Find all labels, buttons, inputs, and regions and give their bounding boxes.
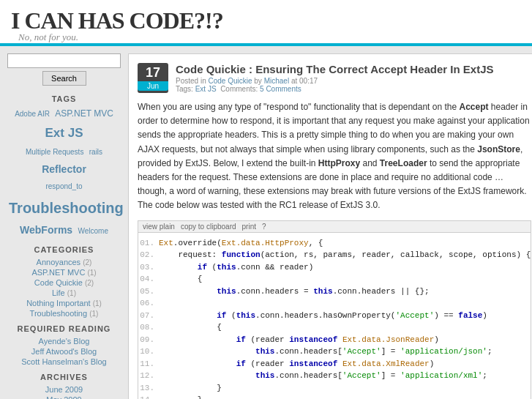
category-troubleshooting: Troubleshooting (1) <box>7 308 121 318</box>
post-category-link[interactable]: Code Quickie <box>208 77 252 85</box>
post-title-area: Code Quickie : Ensuring The Correct Acce… <box>176 63 531 93</box>
category-life: Life (1) <box>7 288 121 298</box>
content-wrapper: Search TAGS Adobe AIR ASP.NET MVC Ext JS… <box>0 46 532 399</box>
reading-hanselman: Scott Hanselman's Blog <box>7 357 121 367</box>
post-header: 17 Jun Code Quickie : Ensuring The Corre… <box>138 63 531 93</box>
site-header: I CAN HAS CODE?!? No, not for you. Blog … <box>0 0 532 46</box>
categories-section-title: CATEGORIES <box>7 245 121 254</box>
category-nothing-important: Nothing Important (1) <box>7 298 121 308</box>
post-date-day: 17 <box>138 65 168 81</box>
code-line: 02. request: function(action, rs, params… <box>138 249 531 261</box>
code-line: 13. } <box>138 382 531 395</box>
site-title: I CAN HAS CODE?!? <box>11 7 223 34</box>
tag-welcome[interactable]: Welcome <box>78 227 108 235</box>
code-line: 10. this.conn.headers['Accept'] = 'appli… <box>138 346 531 358</box>
code-line: 08. { <box>138 321 531 334</box>
code-line: 07. if (this.conn.headers.hasOwnProperty… <box>138 310 531 322</box>
post-tag-link[interactable]: Ext JS <box>195 85 217 93</box>
post-title: Code Quickie : Ensuring The Correct Acce… <box>176 63 531 75</box>
code-line: 12. this.conn.headers['Accept'] = 'appli… <box>138 370 531 382</box>
code-block[interactable]: 01.Ext.override(Ext.data.HttpProxy, { 02… <box>138 233 531 400</box>
archive-jun09: June 2009 <box>7 384 121 395</box>
code-line: 11. if (reader instanceof Ext.data.XmlRe… <box>138 358 531 370</box>
post-date-month: Jun <box>138 81 168 91</box>
post-author-link[interactable]: Michael <box>264 77 289 85</box>
code-view-plain[interactable]: view plain <box>143 223 175 231</box>
nav-bar: Blog Downloads About <box>362 0 521 4</box>
tag-cloud: Adobe AIR ASP.NET MVC Ext JS Multiple Re… <box>7 106 121 239</box>
categories-list: Annoyances (2) ASP.NET MVC (1) Code Quic… <box>7 257 121 318</box>
code-line: 09. if (reader instanceof Ext.data.JsonR… <box>138 334 531 346</box>
code-print[interactable]: print <box>242 223 256 231</box>
reading-section-title: REQUIRED READING <box>7 324 121 333</box>
code-copy[interactable]: copy to clipboard <box>181 223 236 231</box>
tag-reflector[interactable]: Reflector <box>42 163 86 175</box>
post-date-badge: 17 Jun <box>138 63 168 93</box>
tag-respond-to[interactable]: respond_to <box>45 182 82 190</box>
code-line: 03. if (this.conn && reader) <box>138 261 531 274</box>
category-code-quickie: Code Quickie (2) <box>7 277 121 288</box>
code-toolbar: view plain copy to clipboard print ? <box>138 220 531 233</box>
tags-section-title: TAGS <box>7 94 121 103</box>
category-annoyances: Annoyances (2) <box>7 257 121 267</box>
search-box: Search <box>7 53 121 86</box>
post-meta: Posted in Code Quickie by Michael at 00:… <box>176 77 531 93</box>
post-body: When you are using any type of "respond … <box>138 100 531 213</box>
code-line: 05. this.conn.headers = this.conn.header… <box>138 286 531 298</box>
search-input[interactable] <box>7 53 121 68</box>
tag-webforms[interactable]: WebForms <box>20 224 72 236</box>
category-asp-mvc: ASP.NET MVC (1) <box>7 267 121 277</box>
archives-section-title: ARCHIVES <box>7 373 121 381</box>
tag-multiple-requests[interactable]: Multiple Requests <box>26 148 83 156</box>
post-comments-link[interactable]: 5 Comments <box>260 85 301 93</box>
code-line: 04. { <box>138 273 531 286</box>
code-help[interactable]: ? <box>262 223 266 231</box>
code-line: 14. } <box>138 394 531 399</box>
archive-may09: May 2009 <box>7 395 121 399</box>
code-line: 06. <box>138 297 531 310</box>
tag-adobe-air[interactable]: Adobe AIR <box>15 110 50 118</box>
code-line: 01.Ext.override(Ext.data.HttpProxy, { <box>138 237 531 250</box>
archives-list: June 2009 May 2009 July 2008 June 2008 <box>7 384 121 399</box>
tag-asp-mvc[interactable]: ASP.NET MVC <box>55 108 113 119</box>
reading-ayende: Ayende's Blog <box>7 336 121 346</box>
tag-rails[interactable]: rails <box>89 148 102 156</box>
main-content: 17 Jun Code Quickie : Ensuring The Corre… <box>128 53 532 399</box>
search-button[interactable]: Search <box>42 71 86 86</box>
tag-ext-js[interactable]: Ext JS <box>45 126 83 140</box>
sidebar: Search TAGS Adobe AIR ASP.NET MVC Ext JS… <box>7 53 121 399</box>
reading-atwood: Jeff Atwood's Blog <box>7 346 121 357</box>
tag-troubleshooting[interactable]: Troubleshooting <box>9 200 124 216</box>
reading-list: Ayende's Blog Jeff Atwood's Blog Scott H… <box>7 336 121 367</box>
